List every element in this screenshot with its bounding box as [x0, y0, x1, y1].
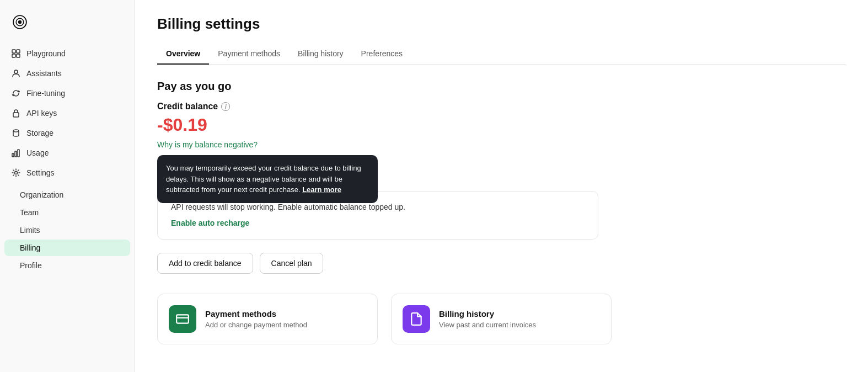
bottom-cards: Payment methods Add or change payment me… — [157, 294, 846, 344]
negative-balance-tooltip-container: Why is my balance negative? You may temp… — [157, 140, 258, 158]
sidebar-item-assistants[interactable]: Assistants — [4, 64, 130, 83]
sidebar-item-profile[interactable]: Profile — [4, 257, 130, 274]
sidebar-item-label: Storage — [26, 129, 53, 137]
main-content: Billing settings Overview Payment method… — [135, 0, 868, 372]
gear-icon — [11, 168, 21, 178]
payment-methods-card-title: Payment methods — [205, 309, 307, 318]
cancel-plan-button[interactable]: Cancel plan — [260, 253, 324, 274]
billing-history-card-text: Billing history View past and current in… — [439, 309, 536, 329]
svg-point-0 — [18, 20, 22, 24]
sidebar-item-label: Playground — [26, 49, 66, 58]
sidebar-item-billing[interactable]: Billing — [4, 240, 130, 256]
bar-chart-icon — [11, 148, 21, 158]
sidebar-item-finetuning[interactable]: Fine-tuning — [4, 84, 130, 103]
section-heading: Pay as you go — [157, 80, 846, 93]
sidebar-item-team[interactable]: Team — [4, 204, 130, 221]
playground-icon — [11, 49, 21, 59]
credit-balance-label: Credit balance — [157, 102, 218, 111]
sidebar-nav: Playground Assistants Fine-tuning API ke… — [0, 44, 135, 363]
openai-logo-icon — [11, 13, 29, 31]
sidebar-sub-label: Organization — [20, 190, 63, 199]
page-title: Billing settings — [157, 15, 846, 33]
tooltip-learn-more-link[interactable]: Learn more — [302, 185, 341, 194]
svg-rect-1 — [12, 50, 15, 53]
tab-payment-methods[interactable]: Payment methods — [209, 44, 289, 65]
svg-point-5 — [14, 70, 18, 73]
sidebar-sub-label: Team — [20, 208, 39, 217]
cylinder-icon — [11, 128, 21, 138]
sidebar-item-label: Settings — [26, 168, 55, 177]
sidebar-item-limits[interactable]: Limits — [4, 222, 130, 238]
svg-rect-6 — [13, 113, 19, 117]
sidebar-item-apikeys[interactable]: API keys — [4, 104, 130, 123]
sidebar-item-label: Fine-tuning — [26, 89, 65, 98]
credit-balance-info-icon[interactable]: i — [221, 102, 230, 111]
sidebar: Playground Assistants Fine-tuning API ke… — [0, 0, 135, 372]
svg-rect-8 — [12, 153, 14, 157]
sidebar-item-usage[interactable]: Usage — [4, 144, 130, 162]
billing-history-card-desc: View past and current invoices — [439, 321, 536, 329]
payment-methods-card-desc: Add or change payment method — [205, 321, 307, 329]
svg-rect-12 — [176, 315, 189, 323]
add-credit-button[interactable]: Add to credit balance — [157, 253, 253, 274]
svg-rect-2 — [17, 50, 20, 53]
tab-billing-history[interactable]: Billing history — [289, 44, 352, 65]
action-buttons: Add to credit balance Cancel plan — [157, 253, 846, 274]
sidebar-item-label: Usage — [26, 148, 49, 157]
svg-rect-4 — [17, 54, 20, 57]
payment-methods-icon-box — [169, 305, 196, 333]
svg-point-11 — [15, 172, 18, 174]
logo — [0, 9, 135, 44]
sidebar-sub-label: Profile — [20, 261, 42, 270]
sidebar-sub-label: Billing — [20, 243, 40, 252]
svg-rect-10 — [18, 150, 19, 157]
payment-methods-card[interactable]: Payment methods Add or change payment me… — [157, 294, 378, 344]
tabs-bar: Overview Payment methods Billing history… — [157, 44, 846, 65]
sidebar-item-settings[interactable]: Settings — [4, 163, 130, 182]
negative-balance-link[interactable]: Why is my balance negative? — [157, 140, 258, 149]
alert-text: API requests will stop working. Enable a… — [171, 203, 585, 211]
sidebar-item-playground[interactable]: Playground — [4, 44, 130, 63]
tab-overview[interactable]: Overview — [157, 44, 209, 65]
sidebar-item-organization[interactable]: Organization — [4, 187, 130, 203]
credit-balance-row: Credit balance i — [157, 102, 846, 111]
sidebar-item-label: Assistants — [26, 69, 62, 78]
document-icon — [409, 312, 424, 326]
tooltip-box: You may temporarily exceed your credit b… — [157, 155, 378, 203]
loop-icon — [11, 88, 21, 98]
person-icon — [11, 68, 21, 78]
billing-history-card-title: Billing history — [439, 309, 536, 318]
svg-rect-9 — [15, 151, 17, 157]
sidebar-item-storage[interactable]: Storage — [4, 124, 130, 142]
billing-history-card[interactable]: Billing history View past and current in… — [391, 294, 612, 344]
svg-point-7 — [13, 130, 19, 132]
sidebar-sub-label: Limits — [20, 226, 40, 235]
payment-methods-card-text: Payment methods Add or change payment me… — [205, 309, 307, 329]
credit-amount: -$0.19 — [157, 115, 846, 135]
auto-recharge-link[interactable]: Enable auto recharge — [171, 219, 249, 227]
svg-rect-3 — [12, 54, 15, 57]
credit-card-icon — [175, 312, 190, 326]
lock-icon — [11, 108, 21, 118]
tab-preferences[interactable]: Preferences — [352, 44, 411, 65]
billing-history-icon-box — [403, 305, 430, 333]
sidebar-item-label: API keys — [26, 109, 57, 118]
